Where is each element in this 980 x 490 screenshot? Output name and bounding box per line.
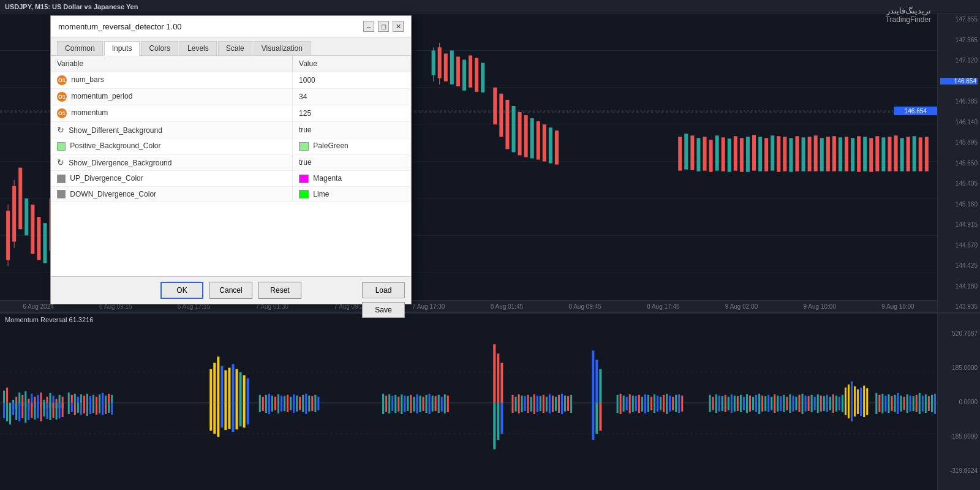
- maximize-button[interactable]: ◻: [378, 21, 389, 32]
- svg-rect-42: [684, 134, 688, 169]
- params-table: Variable Value O1 num_bars 1000: [51, 56, 411, 202]
- dialog-title: momentum_reversal_detector 1.00: [58, 22, 182, 31]
- val-up-div-color: Magenta: [293, 170, 411, 186]
- table-row[interactable]: ↻ Show_Different_Background true: [51, 122, 411, 138]
- svg-rect-62: [808, 137, 812, 171]
- svg-rect-34: [518, 112, 522, 155]
- svg-rect-64: [820, 138, 824, 171]
- svg-rect-284: [416, 394, 418, 403]
- svg-rect-16: [37, 217, 40, 260]
- svg-rect-210: [287, 403, 288, 412]
- svg-rect-302: [404, 403, 405, 412]
- svg-rect-316: [447, 403, 449, 412]
- table-row[interactable]: DOWN_Divergence_Color Lime: [51, 186, 411, 202]
- tab-scale[interactable]: Scale: [218, 41, 252, 55]
- svg-rect-331: [555, 397, 557, 403]
- minimize-button[interactable]: –: [363, 21, 374, 32]
- svg-rect-63: [814, 135, 818, 171]
- tab-colors[interactable]: Colors: [141, 41, 178, 55]
- svg-rect-444: [780, 403, 782, 411]
- svg-rect-190: [287, 395, 288, 403]
- svg-rect-449: [795, 403, 797, 410]
- save-button[interactable]: Save: [362, 302, 405, 318]
- tab-common[interactable]: Common: [57, 41, 103, 55]
- svg-rect-410: [811, 395, 813, 403]
- svg-rect-125: [53, 403, 55, 418]
- tab-inputs[interactable]: Inputs: [104, 41, 140, 56]
- svg-rect-250: [663, 403, 665, 412]
- svg-rect-500: [922, 403, 924, 412]
- val-num-bars: 1000: [293, 72, 411, 89]
- price-144915: 144.915: [940, 221, 978, 228]
- svg-rect-486: [878, 403, 880, 412]
- svg-rect-224: [493, 403, 496, 449]
- svg-rect-391: [752, 397, 754, 403]
- svg-rect-71: [863, 137, 867, 171]
- svg-rect-231: [595, 403, 598, 434]
- table-row[interactable]: O1 momentum 125: [51, 105, 411, 122]
- svg-rect-29: [481, 63, 484, 92]
- svg-rect-36: [530, 118, 534, 158]
- svg-rect-229: [599, 369, 601, 402]
- cancel-button[interactable]: Cancel: [209, 282, 252, 299]
- val-show-div-bg: true: [293, 154, 411, 170]
- svg-rect-504: [934, 403, 936, 414]
- svg-rect-17: [43, 223, 47, 263]
- svg-rect-90: [6, 388, 8, 403]
- ok-button[interactable]: OK: [160, 282, 203, 299]
- svg-rect-465: [875, 393, 877, 403]
- svg-rect-70: [857, 136, 861, 172]
- svg-rect-171: [213, 403, 216, 434]
- svg-rect-479: [919, 393, 921, 403]
- svg-rect-304: [410, 403, 412, 413]
- tab-levels[interactable]: Levels: [179, 41, 217, 55]
- svg-rect-151: [89, 403, 91, 414]
- table-row[interactable]: O1 momentum_period 34: [51, 89, 411, 105]
- svg-rect-206: [274, 403, 276, 410]
- icon-numeric-2: O1: [57, 92, 67, 102]
- table-row[interactable]: UP_Divergence_Color Magenta: [51, 170, 411, 186]
- svg-rect-286: [423, 397, 424, 403]
- svg-rect-314: [441, 403, 443, 412]
- svg-rect-380: [718, 396, 720, 403]
- svg-rect-120: [37, 403, 39, 418]
- close-button[interactable]: ✕: [393, 21, 404, 32]
- reset-button[interactable]: Reset: [258, 282, 301, 299]
- svg-rect-127: [59, 403, 61, 418]
- svg-rect-242: [675, 395, 677, 403]
- svg-rect-375: [641, 403, 643, 412]
- svg-rect-48: [722, 137, 725, 171]
- dialog-window[interactable]: momentum_reversal_detector 1.00 – ◻ ✕ Co…: [50, 15, 412, 304]
- svg-rect-428: [731, 403, 733, 413]
- tab-visualization[interactable]: Visualization: [254, 41, 311, 55]
- price-146140: 146.140: [940, 119, 978, 126]
- table-row[interactable]: ↻ Show_Divergence_Background true: [51, 154, 411, 170]
- var-pos-bg-color: Positive_Background_Color: [51, 138, 293, 154]
- svg-rect-334: [564, 396, 566, 403]
- svg-rect-370: [626, 403, 628, 410]
- svg-rect-273: [382, 394, 384, 403]
- svg-rect-322: [527, 395, 529, 403]
- svg-rect-494: [903, 403, 905, 410]
- price-144670: 144.670: [940, 242, 978, 249]
- svg-rect-51: [740, 138, 744, 172]
- svg-rect-164: [228, 368, 230, 402]
- logo-persian-text: تریدینگ‌فایندر: [886, 6, 931, 15]
- svg-rect-326: [540, 396, 541, 403]
- svg-rect-198: [311, 396, 313, 403]
- svg-rect-389: [746, 394, 748, 403]
- price-147120: 147.120: [940, 57, 978, 64]
- svg-rect-415: [826, 395, 828, 403]
- table-row[interactable]: Positive_Background_Color PaleGreen: [51, 138, 411, 154]
- svg-rect-473: [900, 396, 902, 403]
- svg-rect-283: [413, 397, 415, 403]
- svg-rect-308: [423, 403, 424, 411]
- svg-rect-110: [6, 403, 8, 421]
- svg-rect-433: [746, 403, 748, 413]
- time-label-9: 8 Aug 17:45: [647, 303, 679, 310]
- svg-rect-173: [221, 403, 223, 428]
- table-row[interactable]: O1 num_bars 1000: [51, 72, 411, 89]
- load-button[interactable]: Load: [362, 282, 405, 298]
- svg-rect-135: [86, 394, 88, 403]
- svg-rect-132: [77, 397, 79, 403]
